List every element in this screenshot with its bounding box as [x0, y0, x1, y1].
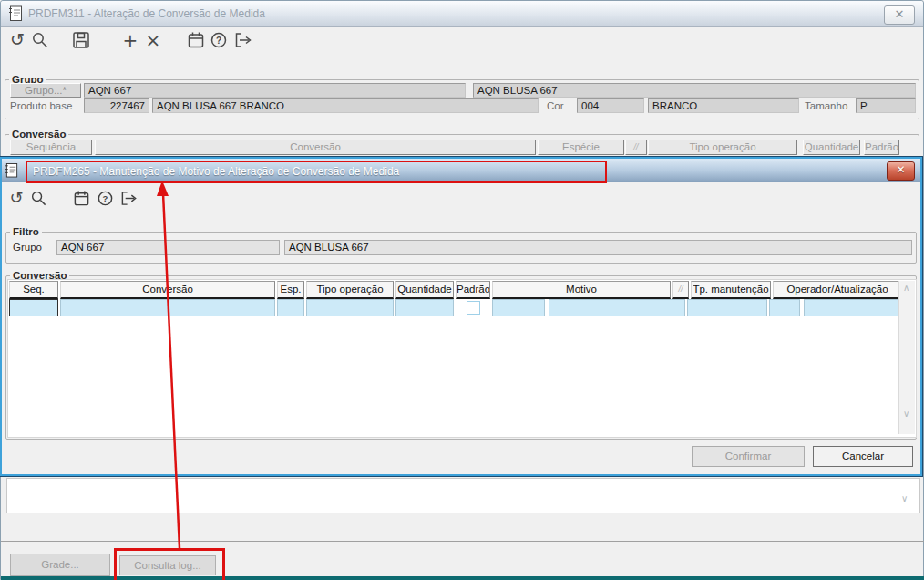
column-header[interactable]: Esp. [277, 281, 304, 299]
scroll-down-icon[interactable]: ∨ [903, 409, 909, 419]
scroll-down-icon[interactable]: ∨ [901, 493, 908, 503]
delete-icon[interactable]: × [142, 29, 164, 51]
grid-cell[interactable] [395, 299, 454, 316]
main-close-button[interactable]: ✕ [884, 5, 915, 25]
cor-code-field[interactable]: 004 [577, 98, 644, 113]
column-header[interactable]: Seq. [9, 281, 58, 299]
search-icon[interactable] [31, 31, 53, 53]
grid-cell[interactable] [306, 299, 394, 316]
filtro-grupo-label: Grupo [13, 242, 42, 253]
save-icon[interactable] [72, 31, 94, 53]
divider [1, 541, 924, 542]
column-header[interactable]: Sequência [10, 140, 92, 155]
column-header[interactable]: Quantidade [803, 140, 860, 155]
calendar-icon[interactable] [187, 31, 209, 53]
undo-icon[interactable]: ↺ [6, 29, 28, 51]
dialog-window: PRDFM265 - Manutenção de Motivo de Alter… [0, 157, 922, 476]
filtro-grupo-name-field[interactable]: AQN BLUSA 667 [284, 240, 912, 255]
dialog-titlebar: PRDFM265 - Manutenção de Motivo de Alter… [2, 159, 920, 182]
cor-name-field[interactable]: BRANCO [648, 98, 799, 113]
column-header[interactable]: Conversão [95, 140, 536, 155]
conversao-main-legend: Conversão [9, 129, 68, 140]
column-header[interactable]: Quantidade [395, 281, 454, 299]
dialog-column-header-row: Seq.ConversãoEsp.Tipo operaçãoQuantidade… [9, 281, 902, 299]
cor-label: Cor [547, 100, 564, 111]
padrao-checkbox[interactable] [467, 301, 480, 315]
padrao-checkbox-cell [456, 299, 490, 316]
column-header[interactable]: // [672, 281, 689, 299]
document-icon [5, 162, 19, 182]
svg-text:?: ? [103, 193, 108, 203]
add-icon[interactable]: + [119, 29, 141, 51]
column-header[interactable]: Padrão [864, 140, 899, 155]
vertical-scrollbar[interactable]: ∧ ∨ [898, 281, 915, 434]
grid-input-row [9, 299, 898, 316]
undo-icon[interactable]: ↺ [5, 188, 27, 210]
calendar-icon[interactable] [73, 190, 95, 212]
cancelar-button[interactable]: Cancelar [813, 446, 913, 467]
main-window-title: PRDFM311 - Alteração de Conversão de Med… [28, 7, 265, 20]
column-header[interactable]: Espécie [538, 140, 624, 155]
dialog-close-button[interactable]: ✕ [887, 161, 915, 181]
main-grid-lower-area [6, 478, 920, 513]
confirmar-button[interactable]: Confirmar [692, 446, 805, 467]
help-icon[interactable]: ? [97, 190, 118, 212]
column-header[interactable]: // [625, 140, 647, 155]
tamanho-field[interactable]: P [856, 98, 916, 113]
main-titlebar: PRDFM311 - Alteração de Conversão de Med… [1, 1, 923, 27]
column-header[interactable]: Tipo operação [306, 281, 394, 299]
main-column-header-row: SequênciaConversãoEspécie//Tipo operação… [10, 140, 899, 155]
produto-base-label: Produto base [10, 100, 72, 111]
grid-cell[interactable] [804, 299, 898, 316]
screen: PRDFM311 - Alteração de Conversão de Med… [0, 0, 924, 580]
grid-cell[interactable] [60, 299, 275, 316]
column-header[interactable]: Padrão [456, 281, 490, 299]
exit-icon[interactable] [233, 31, 255, 53]
consulta-log-button[interactable]: Consulta log... [119, 555, 216, 575]
column-header[interactable]: Motivo [492, 281, 671, 299]
column-header[interactable]: Conversão [60, 281, 275, 299]
produto-name-field[interactable]: AQN BLUSA 667 BRANCO [152, 98, 539, 113]
grid-cell[interactable] [9, 299, 58, 316]
dialog-title: PRDFM265 - Manutenção de Motivo de Alter… [33, 165, 399, 178]
grid-cell[interactable] [277, 299, 304, 316]
search-icon[interactable] [30, 190, 52, 212]
svg-text:?: ? [216, 36, 221, 46]
grupo-button[interactable]: Grupo...* [10, 83, 81, 98]
grupo-code-field[interactable]: AQN 667 [84, 83, 466, 98]
column-header[interactable]: Operador/Atualização [773, 281, 902, 299]
grade-button[interactable]: Grade... [10, 554, 110, 576]
grupo-name-field[interactable]: AQN BLUSA 667 [473, 83, 916, 98]
filtro-grupo-code-field[interactable]: AQN 667 [56, 240, 280, 255]
grid-cell[interactable] [492, 299, 545, 316]
help-icon[interactable]: ? [210, 31, 231, 53]
document-icon [8, 5, 24, 26]
grid-cell[interactable] [769, 299, 800, 316]
column-header[interactable]: Tipo operação [648, 140, 797, 155]
tamanho-label: Tamanho [805, 100, 847, 111]
annotation-box-dialog-title: PRDFM265 - Manutenção de Motivo de Alter… [26, 161, 607, 183]
filtro-legend: Filtro [10, 226, 42, 237]
column-header[interactable]: Tp. manutenção [691, 281, 771, 299]
scroll-up-icon[interactable]: ∧ [903, 283, 909, 293]
exit-icon[interactable] [119, 190, 141, 212]
grid-cell[interactable] [549, 299, 685, 316]
produto-code-field[interactable]: 227467 [84, 98, 149, 113]
grid-cell[interactable] [687, 299, 767, 316]
bottom-teal-bar [1, 576, 924, 580]
